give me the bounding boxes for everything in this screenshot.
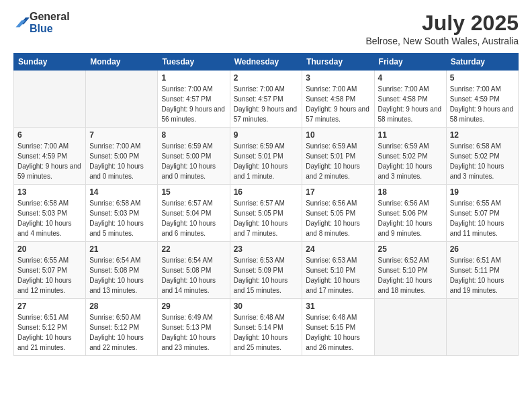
day-info: Sunrise: 6:53 AMSunset: 5:09 PMDaylight:…: [234, 255, 299, 295]
logo-general: General: [30, 11, 70, 22]
day-info: Sunrise: 6:58 AMSunset: 5:02 PMDaylight:…: [450, 141, 515, 181]
calendar-body: 1Sunrise: 7:00 AMSunset: 4:57 PMDaylight…: [14, 71, 519, 356]
calendar-header: SundayMondayTuesdayWednesdayThursdayFrid…: [14, 54, 519, 71]
day-info: Sunrise: 6:51 AMSunset: 5:11 PMDaylight:…: [450, 255, 515, 295]
day-info: Sunrise: 6:56 AMSunset: 5:06 PMDaylight:…: [378, 198, 443, 238]
day-number: 23: [234, 244, 299, 254]
day-of-week-header: Sunday: [14, 54, 86, 71]
day-number: 19: [450, 187, 515, 197]
calendar-week-row: 1Sunrise: 7:00 AMSunset: 4:57 PMDaylight…: [14, 71, 519, 128]
day-info: Sunrise: 6:58 AMSunset: 5:03 PMDaylight:…: [89, 198, 154, 238]
day-info: Sunrise: 6:57 AMSunset: 5:05 PMDaylight:…: [234, 198, 299, 238]
day-info: Sunrise: 6:56 AMSunset: 5:05 PMDaylight:…: [306, 198, 370, 238]
day-of-week-header: Thursday: [302, 54, 374, 71]
calendar-week-row: 20Sunrise: 6:55 AMSunset: 5:07 PMDayligh…: [14, 242, 519, 299]
day-number: 13: [17, 187, 82, 197]
calendar-cell: 20Sunrise: 6:55 AMSunset: 5:07 PMDayligh…: [14, 242, 86, 299]
day-info: Sunrise: 7:00 AMSunset: 4:57 PMDaylight:…: [234, 84, 299, 124]
day-of-week-header: Wednesday: [230, 54, 302, 71]
days-of-week-row: SundayMondayTuesdayWednesdayThursdayFrid…: [14, 54, 519, 71]
calendar-cell: 15Sunrise: 6:57 AMSunset: 5:04 PMDayligh…: [158, 185, 230, 242]
day-info: Sunrise: 6:59 AMSunset: 5:00 PMDaylight:…: [161, 141, 226, 181]
calendar-cell: 12Sunrise: 6:58 AMSunset: 5:02 PMDayligh…: [446, 128, 518, 185]
day-info: Sunrise: 6:59 AMSunset: 5:01 PMDaylight:…: [234, 141, 299, 181]
calendar-cell: 1Sunrise: 7:00 AMSunset: 4:57 PMDaylight…: [158, 71, 230, 128]
calendar-cell: 3Sunrise: 7:00 AMSunset: 4:58 PMDaylight…: [302, 71, 374, 128]
day-number: 12: [450, 130, 515, 140]
day-number: 29: [161, 302, 226, 311]
calendar-cell: 10Sunrise: 6:59 AMSunset: 5:01 PMDayligh…: [302, 128, 374, 185]
day-info: Sunrise: 6:59 AMSunset: 5:02 PMDaylight:…: [378, 141, 443, 181]
calendar-cell: 28Sunrise: 6:50 AMSunset: 5:12 PMDayligh…: [86, 299, 158, 356]
calendar-cell: [14, 71, 86, 128]
day-number: 21: [89, 244, 154, 254]
calendar-cell: 5Sunrise: 7:00 AMSunset: 4:59 PMDaylight…: [446, 71, 518, 128]
day-of-week-header: Tuesday: [158, 54, 230, 71]
day-number: 10: [306, 130, 370, 140]
day-info: Sunrise: 6:48 AMSunset: 5:15 PMDaylight:…: [306, 312, 370, 353]
day-number: 1: [161, 73, 226, 83]
calendar-cell: 11Sunrise: 6:59 AMSunset: 5:02 PMDayligh…: [374, 128, 446, 185]
day-number: 6: [17, 130, 82, 140]
page-header: General Blue July 2025 Belrose, New Sout…: [13, 11, 519, 46]
logo: General Blue: [13, 11, 70, 35]
day-number: 31: [306, 302, 370, 311]
day-info: Sunrise: 6:55 AMSunset: 5:07 PMDaylight:…: [450, 198, 515, 238]
calendar-cell: 29Sunrise: 6:49 AMSunset: 5:13 PMDayligh…: [158, 299, 230, 356]
calendar-cell: 30Sunrise: 6:48 AMSunset: 5:14 PMDayligh…: [230, 299, 302, 356]
day-number: 3: [306, 73, 370, 83]
day-of-week-header: Friday: [374, 54, 446, 71]
day-number: 16: [234, 187, 299, 197]
location-subtitle: Belrose, New South Wales, Australia: [366, 36, 519, 46]
day-number: 30: [234, 302, 299, 311]
day-info: Sunrise: 6:52 AMSunset: 5:10 PMDaylight:…: [378, 255, 443, 295]
calendar-cell: 31Sunrise: 6:48 AMSunset: 5:15 PMDayligh…: [302, 299, 374, 356]
day-number: 14: [89, 187, 154, 197]
day-number: 8: [161, 130, 226, 140]
day-of-week-header: Monday: [86, 54, 158, 71]
calendar-cell: [86, 71, 158, 128]
day-info: Sunrise: 6:49 AMSunset: 5:13 PMDaylight:…: [161, 312, 226, 353]
day-number: 9: [234, 130, 299, 140]
day-info: Sunrise: 6:48 AMSunset: 5:14 PMDaylight:…: [234, 312, 299, 353]
day-number: 11: [378, 130, 443, 140]
calendar-cell: 16Sunrise: 6:57 AMSunset: 5:05 PMDayligh…: [230, 185, 302, 242]
day-of-week-header: Saturday: [446, 54, 518, 71]
day-info: Sunrise: 6:50 AMSunset: 5:12 PMDaylight:…: [89, 312, 154, 353]
day-number: 22: [161, 244, 226, 254]
day-number: 18: [378, 187, 443, 197]
logo-blue: Blue: [30, 23, 53, 34]
calendar-cell: 25Sunrise: 6:52 AMSunset: 5:10 PMDayligh…: [374, 242, 446, 299]
day-info: Sunrise: 6:53 AMSunset: 5:10 PMDaylight:…: [306, 255, 370, 295]
day-info: Sunrise: 6:54 AMSunset: 5:08 PMDaylight:…: [89, 255, 154, 295]
calendar-cell: [374, 299, 446, 356]
day-number: 4: [378, 73, 443, 83]
calendar-cell: 18Sunrise: 6:56 AMSunset: 5:06 PMDayligh…: [374, 185, 446, 242]
month-year-title: July 2025: [366, 11, 519, 36]
svg-marker-1: [15, 20, 26, 27]
calendar-week-row: 27Sunrise: 6:51 AMSunset: 5:12 PMDayligh…: [14, 299, 519, 356]
calendar-cell: 19Sunrise: 6:55 AMSunset: 5:07 PMDayligh…: [446, 185, 518, 242]
day-number: 28: [89, 302, 154, 311]
calendar-cell: 26Sunrise: 6:51 AMSunset: 5:11 PMDayligh…: [446, 242, 518, 299]
calendar-cell: 4Sunrise: 7:00 AMSunset: 4:58 PMDaylight…: [374, 71, 446, 128]
calendar-cell: 23Sunrise: 6:53 AMSunset: 5:09 PMDayligh…: [230, 242, 302, 299]
day-number: 7: [89, 130, 154, 140]
calendar-cell: 14Sunrise: 6:58 AMSunset: 5:03 PMDayligh…: [86, 185, 158, 242]
calendar-cell: 6Sunrise: 7:00 AMSunset: 4:59 PMDaylight…: [14, 128, 86, 185]
day-number: 25: [378, 244, 443, 254]
calendar-cell: 17Sunrise: 6:56 AMSunset: 5:05 PMDayligh…: [302, 185, 374, 242]
calendar-cell: 27Sunrise: 6:51 AMSunset: 5:12 PMDayligh…: [14, 299, 86, 356]
day-number: 15: [161, 187, 226, 197]
calendar-cell: 24Sunrise: 6:53 AMSunset: 5:10 PMDayligh…: [302, 242, 374, 299]
day-number: 2: [234, 73, 299, 83]
day-info: Sunrise: 7:00 AMSunset: 4:58 PMDaylight:…: [378, 84, 443, 124]
day-info: Sunrise: 6:54 AMSunset: 5:08 PMDaylight:…: [161, 255, 226, 295]
day-info: Sunrise: 7:00 AMSunset: 4:59 PMDaylight:…: [17, 141, 82, 181]
logo-icon: [15, 15, 30, 30]
calendar-cell: 8Sunrise: 6:59 AMSunset: 5:00 PMDaylight…: [158, 128, 230, 185]
day-number: 24: [306, 244, 370, 254]
day-number: 26: [450, 244, 515, 254]
day-info: Sunrise: 6:51 AMSunset: 5:12 PMDaylight:…: [17, 312, 82, 353]
day-info: Sunrise: 7:00 AMSunset: 4:57 PMDaylight:…: [161, 84, 226, 124]
